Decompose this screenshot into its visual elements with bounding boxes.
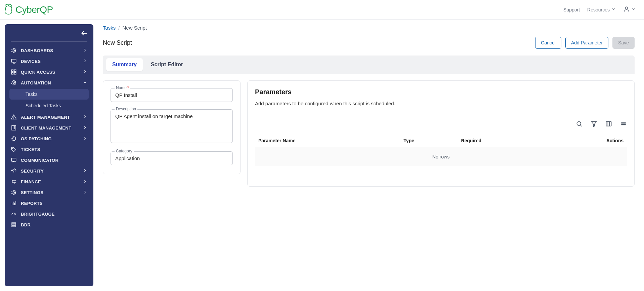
cancel-button[interactable]: Cancel xyxy=(535,37,561,49)
category-field-wrapper: Category xyxy=(111,151,233,165)
sidebar-item-os-patching[interactable]: OS PATCHING xyxy=(7,133,91,144)
svg-point-34 xyxy=(13,192,15,193)
sidebar-item-client-management[interactable]: CLIENT MANAGEMENT xyxy=(7,122,91,133)
arrow-left-icon xyxy=(81,30,88,38)
name-label-text: Name xyxy=(116,85,127,90)
sidebar-item-label: REPORTS xyxy=(21,201,43,206)
sidebar-item-label: SETTINGS xyxy=(21,190,43,195)
sidebar-item-label: CLIENT MANAGEMENT xyxy=(21,125,71,131)
chevron-down-icon xyxy=(611,7,616,12)
tab-script-editor[interactable]: Script Editor xyxy=(145,58,189,71)
svg-rect-41 xyxy=(12,224,16,225)
sidebar-item-label: QUICK ACCESS xyxy=(21,70,55,75)
sidebar-item-finance[interactable]: FINANCE xyxy=(7,176,91,187)
gear-icon xyxy=(11,47,17,53)
col-required[interactable]: Required xyxy=(458,134,547,147)
svg-rect-11 xyxy=(11,73,13,74)
chevron-right-icon xyxy=(83,125,87,131)
sidebar-item-label: SECURITY xyxy=(21,169,44,174)
chat-icon xyxy=(11,157,17,163)
svg-point-5 xyxy=(13,50,15,51)
col-parameter-name[interactable]: Parameter Name xyxy=(255,134,400,147)
support-link[interactable]: Support xyxy=(563,7,580,12)
monitor-icon xyxy=(11,58,17,64)
chevron-right-icon xyxy=(83,69,87,75)
topbar-right: Support Resources xyxy=(563,6,636,13)
density-icon[interactable] xyxy=(620,120,627,127)
alert-icon xyxy=(11,114,17,120)
columns-icon[interactable] xyxy=(605,120,612,127)
add-parameter-button[interactable]: Add Parameter xyxy=(565,37,608,49)
main-content: Tasks / New Script New Script Cancel Add… xyxy=(93,20,644,291)
sidebar: DASHBOARDSDEVICESQUICK ACCESSAUTOMATIONT… xyxy=(5,24,93,286)
save-button: Save xyxy=(612,37,635,49)
chevron-right-icon xyxy=(83,48,87,53)
svg-point-0 xyxy=(6,6,7,6)
sidebar-item-automation[interactable]: AUTOMATION xyxy=(7,77,91,88)
svg-rect-12 xyxy=(14,73,16,74)
sidebar-item-security[interactable]: SECURITY xyxy=(7,166,91,176)
svg-rect-46 xyxy=(606,121,611,126)
building-icon xyxy=(11,125,17,131)
svg-point-28 xyxy=(12,148,13,149)
sidebar-item-quick-access[interactable]: QUICK ACCESS xyxy=(7,67,91,77)
sidebar-subitem-scheduled-tasks[interactable]: Scheduled Tasks xyxy=(9,100,89,111)
user-menu[interactable] xyxy=(623,6,636,13)
parameters-toolbar xyxy=(255,120,627,127)
brand-name: CyberQP xyxy=(15,4,53,15)
sidebar-item-dashboards[interactable]: DASHBOARDS xyxy=(7,45,91,56)
chevron-right-icon xyxy=(83,114,87,120)
resources-dropdown[interactable]: Resources xyxy=(587,7,616,12)
sidebar-item-label: BDR xyxy=(21,222,31,227)
svg-line-39 xyxy=(14,214,15,215)
svg-rect-29 xyxy=(11,158,16,161)
sidebar-item-tickets[interactable]: TICKETS xyxy=(7,144,91,155)
svg-point-1 xyxy=(8,5,9,6)
person-icon xyxy=(623,6,630,13)
svg-rect-49 xyxy=(621,122,626,123)
svg-point-15 xyxy=(14,118,14,118)
sidebar-item-settings[interactable]: SETTINGS xyxy=(7,187,91,198)
bars-icon xyxy=(11,200,17,206)
summary-form-card: Name* Description Category xyxy=(103,80,241,174)
sidebar-item-label: OS PATCHING xyxy=(21,136,52,141)
col-actions: Actions xyxy=(548,134,627,147)
svg-rect-16 xyxy=(12,125,16,130)
sidebar-item-reports[interactable]: REPORTS xyxy=(7,198,91,209)
description-label: Description xyxy=(115,107,137,111)
stack-icon xyxy=(11,222,17,228)
breadcrumb-root[interactable]: Tasks xyxy=(103,25,116,31)
brand[interactable]: CyberQP xyxy=(3,3,53,16)
parameters-description: Add parameters to be configured when thi… xyxy=(255,101,627,106)
col-type[interactable]: Type xyxy=(400,134,458,147)
breadcrumb-current: New Script xyxy=(123,25,147,31)
gear-icon xyxy=(11,80,17,86)
svg-point-13 xyxy=(13,82,15,84)
patch-icon xyxy=(11,136,17,142)
sidebar-item-label: BRIGHTGAUGE xyxy=(21,212,55,217)
sidebar-item-bdr[interactable]: BDR xyxy=(7,219,91,230)
svg-line-44 xyxy=(581,125,582,126)
sidebar-item-label: ALERT MANAGEMENT xyxy=(21,115,70,120)
category-input[interactable] xyxy=(111,151,233,165)
tab-summary[interactable]: Summary xyxy=(106,58,143,71)
sidebar-item-brightgauge[interactable]: BRIGHTGAUGE xyxy=(7,209,91,219)
breadcrumb: Tasks / New Script xyxy=(103,25,635,31)
sidebar-item-communicator[interactable]: COMMUNICATOR xyxy=(7,155,91,166)
name-input[interactable] xyxy=(111,88,233,102)
sidebar-item-devices[interactable]: DEVICES xyxy=(7,56,91,67)
filter-icon[interactable] xyxy=(591,120,597,127)
search-icon[interactable] xyxy=(576,120,583,127)
grid-icon xyxy=(11,69,17,75)
sidebar-item-label: AUTOMATION xyxy=(21,80,51,85)
page-header: New Script Cancel Add Parameter Save xyxy=(103,37,635,49)
sidebar-item-alert-management[interactable]: ALERT MANAGEMENT xyxy=(7,112,91,122)
description-input[interactable] xyxy=(111,109,233,143)
fingerprint-icon xyxy=(11,168,17,174)
sidebar-subitem-tasks[interactable]: Tasks xyxy=(9,89,89,100)
chevron-right-icon xyxy=(83,136,87,142)
parameters-title: Parameters xyxy=(255,88,627,96)
sidebar-collapse-button[interactable] xyxy=(7,28,91,41)
breadcrumb-separator: / xyxy=(118,25,120,31)
sidebar-item-label: DASHBOARDS xyxy=(21,48,53,53)
